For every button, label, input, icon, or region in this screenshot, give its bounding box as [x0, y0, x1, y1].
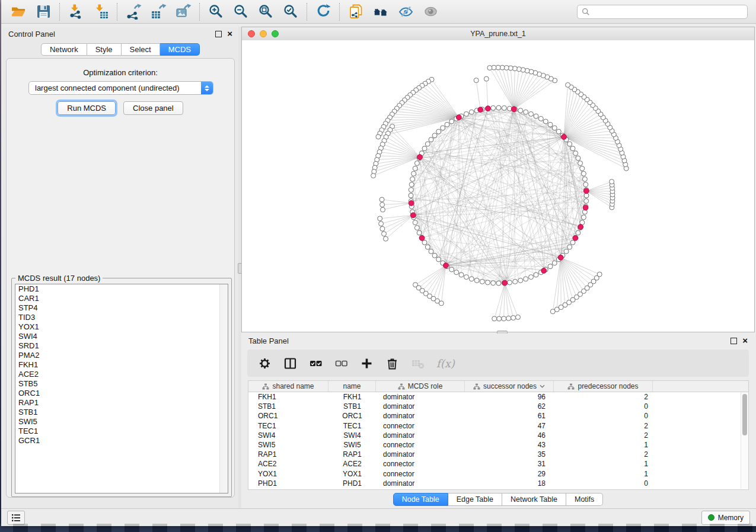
table-scrollbar[interactable] — [741, 392, 748, 489]
search-field[interactable] — [577, 5, 748, 19]
deselect-all-icon[interactable] — [334, 357, 348, 370]
mcds-result-list[interactable]: PHD1CAR1STP4TID3YOX1SWI4SRD1PMA2FKH1ACE2… — [15, 284, 228, 493]
table-row[interactable]: STB1STB1dominator620 — [248, 402, 748, 411]
table-row[interactable]: RAP1RAP1dominator352 — [248, 450, 748, 459]
application-window: Control Panel × NetworkStyleSelectMCDS O… — [1, 0, 756, 526]
zoom-fit-icon[interactable] — [253, 2, 278, 22]
tab-node-table[interactable]: Node Table — [393, 493, 448, 506]
list-icon — [11, 514, 21, 522]
table-row[interactable]: YOX1YOX1connector291 — [248, 469, 748, 479]
result-node-item[interactable]: PHD1 — [15, 284, 228, 294]
close-table-panel-icon[interactable]: × — [742, 338, 748, 344]
memory-label: Memory — [718, 514, 744, 522]
import-network-icon[interactable] — [63, 2, 88, 22]
hide-selected-icon[interactable] — [393, 2, 418, 22]
search-input[interactable] — [593, 7, 743, 17]
cell: PHD1 — [248, 479, 328, 488]
cell: SWI4 — [328, 431, 376, 440]
tab-mcds[interactable]: MCDS — [160, 43, 200, 56]
table-scrollbar-thumb[interactable] — [742, 394, 747, 435]
result-list-scrollbar[interactable] — [219, 284, 228, 493]
result-node-item[interactable]: ORC1 — [15, 389, 228, 398]
column-header-predecessor-nodes[interactable]: predecessor nodes — [554, 381, 653, 392]
result-node-item[interactable]: CAR1 — [15, 294, 228, 303]
table-header-row: shared namenameMCDS rolesuccessor nodesp… — [248, 381, 748, 392]
result-node-item[interactable]: TID3 — [15, 313, 228, 322]
float-table-panel-icon[interactable] — [731, 338, 737, 344]
result-node-item[interactable]: GCR1 — [15, 436, 228, 446]
table-row[interactable]: FKH1FKH1dominator962 — [248, 392, 748, 402]
close-panel-button[interactable]: Close panel — [123, 101, 183, 115]
cell: dominator — [376, 479, 465, 488]
optimization-criterion-select[interactable]: largest connected component (undirected) — [28, 81, 213, 95]
table-row[interactable]: SWI5SWI5connector431 — [248, 440, 748, 450]
cell: connector — [376, 470, 465, 478]
zoom-selected-icon[interactable] — [278, 2, 303, 22]
open-folder-icon[interactable] — [6, 2, 31, 22]
result-node-item[interactable]: TEC1 — [15, 427, 228, 436]
save-icon[interactable] — [31, 2, 56, 22]
result-node-item[interactable]: RAP1 — [15, 398, 228, 408]
export-image-icon[interactable] — [171, 2, 196, 22]
result-node-item[interactable]: STB1 — [15, 408, 228, 417]
task-history-button[interactable] — [7, 511, 25, 525]
column-header-name[interactable]: name — [328, 381, 376, 392]
refresh-icon[interactable] — [311, 2, 336, 22]
cell: 31 — [465, 460, 554, 468]
result-node-item[interactable]: STP4 — [15, 303, 228, 313]
add-icon[interactable] — [360, 357, 374, 370]
tab-network-table[interactable]: Network Table — [502, 493, 566, 506]
result-node-item[interactable]: SWI4 — [15, 332, 228, 341]
control-panel-title: Control Panel — [8, 30, 55, 39]
result-node-item[interactable]: SWI5 — [15, 417, 228, 427]
cell: 62 — [465, 402, 554, 411]
result-node-item[interactable]: PMA2 — [15, 351, 228, 360]
cell: connector — [376, 422, 465, 430]
cell: 61 — [465, 412, 554, 420]
export-network-icon[interactable] — [121, 2, 146, 22]
table-panel: Table Panel × f(x) shared namenameMCDS r… — [241, 334, 755, 508]
select-all-icon[interactable] — [309, 357, 323, 370]
result-node-item[interactable]: ACE2 — [15, 370, 228, 379]
export-table-icon[interactable] — [146, 2, 171, 22]
tab-style[interactable]: Style — [87, 43, 122, 56]
import-table-icon[interactable] — [88, 2, 113, 22]
run-mcds-button[interactable]: Run MCDS — [58, 101, 116, 115]
column-header-shared-name[interactable]: shared name — [248, 381, 328, 392]
zoom-out-icon[interactable] — [228, 2, 253, 22]
table-row[interactable]: TEC1TEC1connector472 — [248, 421, 748, 431]
cell: RAP1 — [248, 450, 328, 459]
cell: 2 — [554, 450, 653, 459]
result-node-item[interactable]: SRD1 — [15, 341, 228, 351]
float-panel-icon[interactable] — [215, 31, 222, 37]
result-node-item[interactable]: YOX1 — [15, 322, 228, 332]
column-header-MCDS-role[interactable]: MCDS role — [376, 381, 465, 392]
show-all-icon[interactable] — [418, 2, 443, 22]
result-node-item[interactable]: STB5 — [15, 379, 228, 389]
network-canvas[interactable] — [242, 40, 754, 332]
cell: FKH1 — [248, 393, 328, 401]
table-row[interactable]: ACE2ACE2connector311 — [248, 459, 748, 469]
search-icon — [582, 8, 590, 16]
tab-edge-table[interactable]: Edge Table — [448, 493, 502, 506]
column-header-successor-nodes[interactable]: successor nodes — [465, 381, 554, 392]
columns-icon[interactable] — [283, 357, 297, 370]
houses-icon[interactable] — [368, 2, 393, 22]
result-node-item[interactable]: FKH1 — [15, 360, 228, 370]
table-row[interactable]: ORC1ORC1dominator610 — [248, 411, 748, 421]
close-panel-icon[interactable]: × — [227, 31, 232, 37]
clone-network-icon[interactable] — [343, 2, 368, 22]
optimization-criterion-value: largest connected component (undirected) — [29, 84, 201, 92]
cell: TEC1 — [328, 422, 376, 430]
tab-motifs[interactable]: Motifs — [566, 493, 603, 506]
mcds-result-title: MCDS result (17 nodes) — [15, 274, 103, 283]
tab-network[interactable]: Network — [41, 43, 87, 56]
network-window-titlebar: YPA_prune.txt_1 — [242, 27, 754, 41]
memory-button[interactable]: Memory — [701, 511, 750, 525]
tab-select[interactable]: Select — [122, 43, 160, 56]
table-row[interactable]: SWI4SWI4dominator462 — [248, 431, 748, 440]
zoom-in-icon[interactable] — [203, 2, 228, 22]
table-row[interactable]: PHD1PHD1dominator180 — [248, 479, 748, 488]
delete-icon[interactable] — [385, 357, 399, 370]
gear-icon[interactable] — [258, 357, 272, 370]
